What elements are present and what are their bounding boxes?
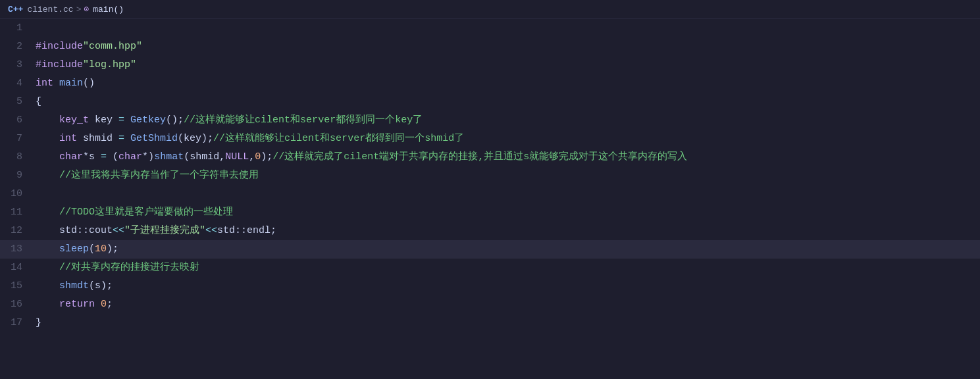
line-content: return 0; xyxy=(33,295,980,314)
line-number: 15 xyxy=(0,277,33,295)
code-line: 17 } xyxy=(0,314,980,332)
line-number: 6 xyxy=(0,111,33,130)
breadcrumb-function: main() xyxy=(93,5,124,14)
breadcrumb: C++ client.cc > ⊙ main() xyxy=(0,0,980,19)
line-content: char*s = (char*)shmat(shmid,NULL,0);//这样… xyxy=(33,148,980,166)
code-line: 12 std::cout<<"子进程挂接完成"<<std::endl; xyxy=(0,222,980,240)
line-number: 2 xyxy=(0,38,33,56)
line-number: 5 xyxy=(0,93,33,111)
line-number: 11 xyxy=(0,203,33,222)
function-icon: ⊙ xyxy=(84,4,89,14)
code-line: 8 char*s = (char*)shmat(shmid,NULL,0);//… xyxy=(0,148,980,166)
line-content: #include"comm.hpp" xyxy=(33,38,980,56)
line-content: key_t key = Getkey();//这样就能够让cilent和serv… xyxy=(33,111,980,130)
line-content: shmdt(s); xyxy=(33,277,980,295)
line-number: 1 xyxy=(0,19,33,38)
line-content: //这里我将共享内存当作了一个字符串去使用 xyxy=(33,166,980,185)
code-line: 13 sleep(10); xyxy=(0,240,980,259)
cpp-icon: C++ xyxy=(8,5,23,14)
code-line: 9 //这里我将共享内存当作了一个字符串去使用 xyxy=(0,166,980,185)
line-content: std::cout<<"子进程挂接完成"<<std::endl; xyxy=(33,222,980,240)
code-line: 15 shmdt(s); xyxy=(0,277,980,295)
line-number: 16 xyxy=(0,295,33,314)
code-line: 5 { xyxy=(0,93,980,111)
line-content: sleep(10); xyxy=(33,240,980,259)
line-content: { xyxy=(33,93,980,111)
line-content: #include"log.hpp" xyxy=(33,56,980,74)
line-number: 7 xyxy=(0,130,33,148)
line-content: } xyxy=(33,314,980,332)
code-line: 2 #include"comm.hpp" xyxy=(0,38,980,56)
line-number: 3 xyxy=(0,56,33,74)
code-line: 16 return 0; xyxy=(0,295,980,314)
breadcrumb-sep: > xyxy=(76,5,82,14)
line-content: int main() xyxy=(33,74,980,93)
code-line: 10 xyxy=(0,185,980,203)
line-number: 10 xyxy=(0,185,33,203)
code-line: 14 //对共享内存的挂接进行去映射 xyxy=(0,259,980,277)
line-number: 13 xyxy=(0,240,33,259)
code-line: 7 int shmid = GetShmid(key);//这样就能够让cile… xyxy=(0,130,980,148)
line-number: 9 xyxy=(0,166,33,185)
code-line: 11 //TODO这里就是客户端要做的一些处理 xyxy=(0,203,980,222)
line-content: int shmid = GetShmid(key);//这样就能够让cilent… xyxy=(33,130,980,148)
code-line: 1 xyxy=(0,19,980,38)
line-number: 12 xyxy=(0,222,33,240)
line-content: //对共享内存的挂接进行去映射 xyxy=(33,259,980,277)
code-line: 3 #include"log.hpp" xyxy=(0,56,980,74)
code-line: 6 key_t key = Getkey();//这样就能够让cilent和se… xyxy=(0,111,980,130)
line-number: 17 xyxy=(0,314,33,332)
line-number: 14 xyxy=(0,259,33,277)
code-line: 4 int main() xyxy=(0,74,980,93)
line-number: 4 xyxy=(0,74,33,93)
line-content: //TODO这里就是客户端要做的一些处理 xyxy=(33,203,980,222)
code-editor: 1 2 #include"comm.hpp" 3 #include"log.hp… xyxy=(0,19,980,332)
line-number: 8 xyxy=(0,148,33,166)
breadcrumb-file[interactable]: client.cc xyxy=(27,5,73,14)
